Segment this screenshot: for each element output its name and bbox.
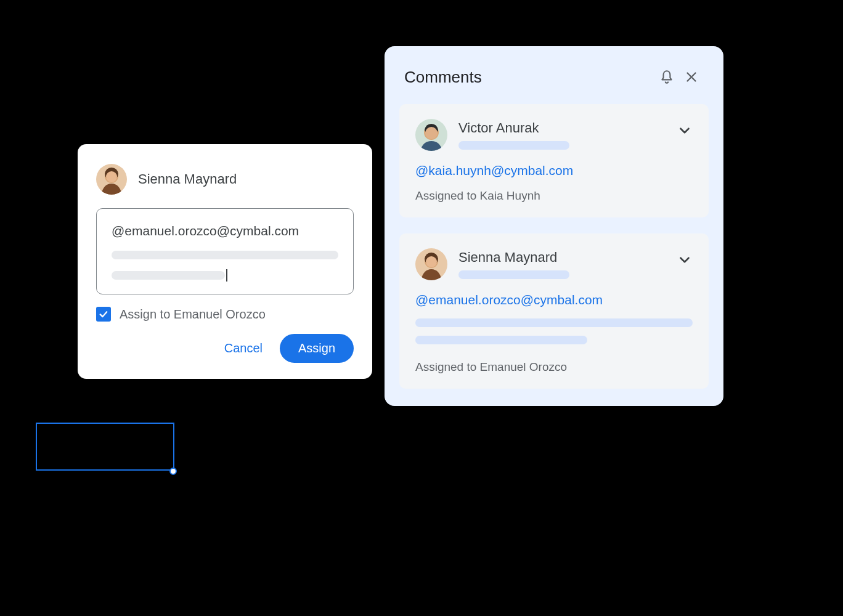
text-cursor: [226, 269, 227, 282]
comment-header: Sienna Maynard: [415, 248, 693, 280]
comment-input-box[interactable]: @emanuel.orozco@cymbal.com: [96, 208, 354, 294]
comment-card[interactable]: Victor Anurak @kaia.huynh@cymbal.com Ass…: [399, 104, 709, 217]
comment-card[interactable]: Sienna Maynard @emanuel.orozco@cymbal.co…: [399, 233, 709, 389]
avatar: [415, 119, 447, 151]
avatar: [415, 248, 447, 280]
placeholder-line: [415, 336, 587, 344]
comment-author: Sienna Maynard: [458, 249, 666, 265]
placeholder-line: [112, 251, 338, 259]
cancel-button[interactable]: Cancel: [212, 335, 275, 362]
assign-checkbox[interactable]: [96, 307, 111, 322]
compose-header: Sienna Maynard: [96, 164, 354, 195]
close-icon[interactable]: [679, 65, 704, 89]
assigned-to-text: Assigned to Emanuel Orozco: [415, 360, 693, 374]
comments-panel: Comments: [385, 46, 723, 406]
placeholder-line: [112, 271, 225, 280]
assign-checkbox-label: Assign to Emanuel Orozco: [120, 307, 266, 322]
notifications-icon[interactable]: [654, 65, 679, 89]
avatar: [96, 164, 127, 195]
comment-mention[interactable]: @kaia.huynh@cymbal.com: [415, 163, 693, 178]
compose-actions: Cancel Assign: [96, 334, 354, 363]
comment-author: Victor Anurak: [458, 120, 666, 136]
placeholder-line: [458, 141, 569, 150]
compose-author-name: Sienna Maynard: [138, 171, 237, 187]
selection-handle[interactable]: [169, 468, 177, 475]
comment-compose-card: Sienna Maynard @emanuel.orozco@cymbal.co…: [78, 144, 372, 379]
comment-mention[interactable]: @emanuel.orozco@cymbal.com: [415, 293, 693, 307]
assign-button[interactable]: Assign: [280, 334, 354, 363]
placeholder-line: [458, 270, 569, 279]
assigned-to-text: Assigned to Kaia Huynh: [415, 189, 693, 203]
svg-point-5: [425, 127, 438, 139]
chevron-down-icon[interactable]: [677, 248, 693, 270]
svg-point-8: [426, 256, 437, 267]
mention-text: @emanuel.orozco@cymbal.com: [112, 224, 338, 238]
comment-header: Victor Anurak: [415, 119, 693, 151]
chevron-down-icon[interactable]: [677, 119, 693, 141]
placeholder-line: [415, 318, 693, 327]
assign-checkbox-row: Assign to Emanuel Orozco: [96, 307, 354, 322]
comments-title: Comments: [404, 68, 654, 87]
comments-header: Comments: [399, 60, 709, 89]
cell-selection-rect: [36, 423, 174, 471]
svg-point-2: [106, 171, 117, 182]
